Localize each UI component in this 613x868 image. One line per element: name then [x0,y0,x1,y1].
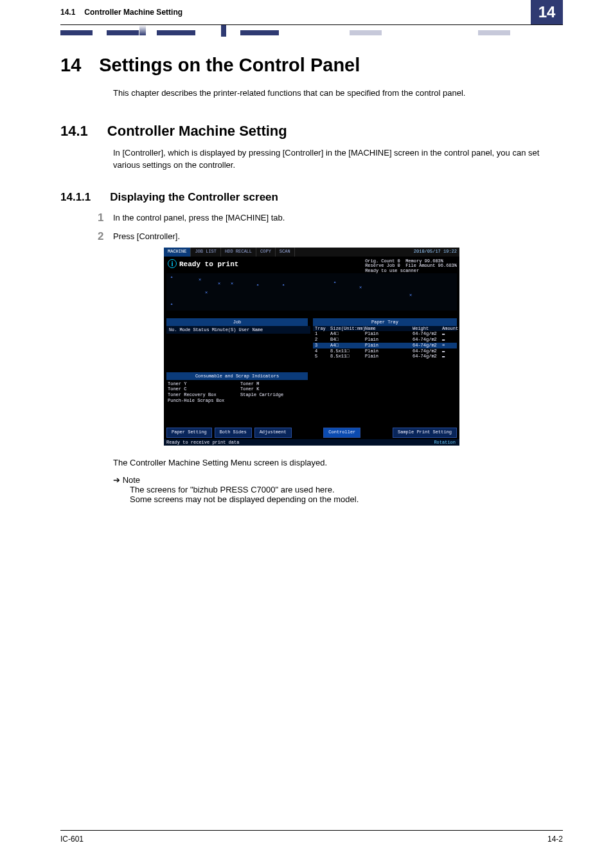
job-header: Job [166,318,308,326]
timestamp: 2010/05/17 19:22 [414,249,457,254]
cell-name: Plain [365,348,413,354]
step-text: Press [Controller]. [113,231,180,241]
col-amount: Amount [442,326,454,332]
toner-m: Toner M [240,381,309,387]
col-status: Status [193,326,209,334]
footer-left: IC-601 [60,835,84,844]
cell-weight: 64-74g/m2 [413,337,442,343]
section-number: 14.1 [60,123,88,140]
tab-machine[interactable]: MACHINE [164,248,191,257]
col-size: Size(Unit:mm) [330,326,365,332]
both-sides-button[interactable]: Both Sides [215,428,252,438]
tray-table: Tray Size(Unit:mm) Name Weight Amount 1 … [313,326,457,360]
col-mode: Mode [180,326,191,334]
cell-weight: 64-74g/m2 [413,331,442,337]
consumable-header: Consumable and Scrap Indicators [166,372,308,380]
cell-name: Plain [365,343,413,348]
staple: Staple Cartridge [240,392,309,398]
col-name: Name [365,326,413,332]
cell-name: Plain [365,331,413,337]
step-text: In the control panel, press the [MACHINE… [113,213,285,222]
cell-weight: 64-74g/m2 [413,354,442,359]
step-number: 1 [98,212,103,224]
cell-tray: 4 [313,348,330,354]
toner-y: Toner Y [168,381,236,387]
paper-setting-button[interactable]: Paper Setting [166,428,212,438]
subsection-heading: 14.1.1 Displaying the Controller screen [60,191,563,204]
control-panel-screenshot: MACHINE JOB LIST HDD RECALL COPY SCAN 20… [164,248,459,446]
machine-diagram: ✦ ✕ ✕ ✕ ✦ ✦ ✦ ✕ ✕ ✦ ✕ [166,273,457,311]
step-number: 2 [98,230,103,243]
cell-weight: 64-74g/m2 [413,343,442,348]
cell-tray: 5 [313,354,330,359]
tab-hddrecall[interactable]: HDD RECALL [221,248,256,257]
chapter-heading: 14 Settings on the Control Panel [60,55,563,76]
toner-c: Toner C [168,386,236,392]
subsection-number: 14.1.1 [60,191,91,204]
post-screenshot-text: The Controller Machine Setting Menu scre… [113,457,563,469]
cell-size: 8.5x11□ [330,354,365,359]
section-paragraph: In [Controller], which is displayed by p… [113,147,563,172]
chapter-number: 14 [60,55,81,76]
tray-row[interactable]: 1 A4□ Plain 64-74g/m2 ▬ [313,331,457,337]
job-columns: No. Mode Status Minute(S) User Name [166,326,310,334]
note-line-2: Some screens may not be displayed depend… [130,494,563,504]
chapter-badge: 14 [531,0,563,24]
header-section-number: 14.1 [60,8,75,17]
adjustment-button[interactable]: Adjustment [254,428,292,438]
header-section-title: Controller Machine Setting [84,8,182,17]
punch-scraps: Punch-Hole Scraps Box [168,398,236,404]
note-line-1: The screens for "bizhub PRESS C7000" are… [130,485,563,494]
col-weight: Weight [413,326,442,332]
tray-row[interactable]: 2 B4□ Plain 64-74g/m2 ▬ [313,337,457,343]
cell-tray: 2 [313,337,330,343]
sample-print-button[interactable]: Sample Print Setting [393,428,457,438]
cell-size: A4□ [330,331,365,337]
cell-size: 8.5x11□ [330,348,365,354]
page-header: 14.1 Controller Machine Setting 14 [60,0,563,25]
section-title: Controller Machine Setting [107,123,287,140]
step-2: 2 Press [Controller]. [113,231,563,241]
cell-size: A4□ [330,343,365,348]
footer-rotation[interactable]: Rotation [434,439,459,446]
consumable-list: Toner Y Toner M Toner C Toner K Toner Re… [168,381,309,404]
cell-tray: 3 [313,343,330,348]
section-heading: 14.1 Controller Machine Setting [60,123,563,140]
chapter-title: Settings on the Control Panel [99,55,360,76]
tray-row[interactable]: 4 8.5x11□ Plain 64-74g/m2 ▬ [313,348,457,354]
tab-copy[interactable]: COPY [256,248,276,257]
tab-scan[interactable]: SCAN [276,248,295,257]
cell-size: B4□ [330,337,365,343]
note-block: Note The screens for "bizhub PRESS C7000… [113,475,563,504]
tray-row[interactable]: 5 8.5x11□ Plain 64-74g/m2 ▬ [313,354,457,359]
tray-header: Paper Tray [313,318,457,326]
footer-ready: Ready to receive print data [166,440,239,445]
file-amount-value: 96.683% [438,263,457,268]
tray-row[interactable]: 3 A4□ Plain 64-74g/m2 ≡ [313,343,457,348]
cell-name: Plain [365,337,413,343]
cell-weight: 64-74g/m2 [413,348,442,354]
decorative-bar [60,25,563,39]
cell-name: Plain [365,354,413,359]
page-footer: IC-601 14-2 [60,830,563,844]
col-user: User Name [238,326,263,334]
cell-tray: 1 [313,331,330,337]
amount-bar-icon: ▬ [442,348,454,354]
footer-right: 14-2 [547,835,563,844]
toner-k: Toner K [240,386,309,392]
amount-bar-icon: ▬ [442,337,454,343]
col-min: Minute(S) [212,326,236,334]
subsection-title: Displaying the Controller screen [110,191,278,204]
chapter-intro: This chapter describes the printer-relat… [113,87,563,100]
toner-recovery: Toner Recovery Box [168,392,236,398]
col-tray: Tray [313,326,330,332]
step-1: 1 In the control panel, press the [MACHI… [113,213,563,222]
amount-bar-icon: ▬ [442,331,454,337]
bottom-buttons: Paper Setting Both Sides Adjustment Cont… [166,428,457,438]
tab-joblist[interactable]: JOB LIST [191,248,221,257]
amount-bar-icon: ≡ [442,343,454,348]
amount-bar-icon: ▬ [442,354,454,359]
note-label: Note [113,475,140,485]
controller-button[interactable]: Controller [323,428,360,438]
col-no: No. [169,326,177,334]
